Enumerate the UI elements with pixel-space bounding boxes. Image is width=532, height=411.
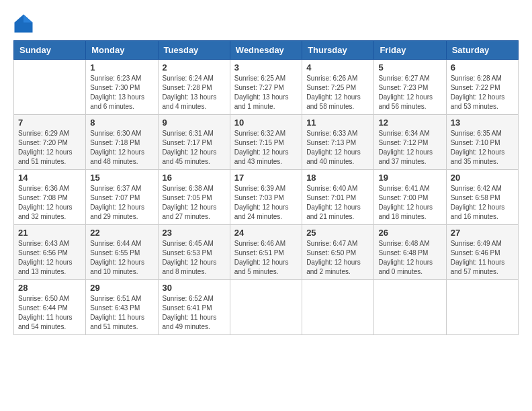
day-info: Sunrise: 6:39 AMSunset: 7:03 PMDaylight:… bbox=[234, 184, 298, 222]
day-info: Sunrise: 6:47 AMSunset: 6:50 PMDaylight:… bbox=[306, 239, 369, 277]
day-info: Sunrise: 6:26 AMSunset: 7:25 PMDaylight:… bbox=[306, 74, 369, 111]
svg-marker-1 bbox=[24, 15, 33, 23]
day-info: Sunrise: 6:23 AMSunset: 7:30 PMDaylight:… bbox=[90, 74, 153, 111]
day-number: 9 bbox=[163, 118, 226, 128]
day-number: 15 bbox=[90, 173, 153, 183]
day-info: Sunrise: 6:41 AMSunset: 7:00 PMDaylight:… bbox=[378, 184, 441, 222]
calendar-cell: 10Sunrise: 6:32 AMSunset: 7:15 PMDayligh… bbox=[230, 115, 302, 170]
calendar-cell: 18Sunrise: 6:40 AMSunset: 7:01 PMDayligh… bbox=[302, 170, 374, 225]
calendar-cell: 20Sunrise: 6:42 AMSunset: 6:58 PMDayligh… bbox=[446, 170, 518, 225]
calendar-cell: 29Sunrise: 6:51 AMSunset: 6:43 PMDayligh… bbox=[86, 280, 158, 335]
day-number: 16 bbox=[163, 173, 226, 183]
day-number: 25 bbox=[306, 228, 369, 238]
calendar-cell: 25Sunrise: 6:47 AMSunset: 6:50 PMDayligh… bbox=[302, 225, 374, 280]
day-info: Sunrise: 6:38 AMSunset: 7:05 PMDaylight:… bbox=[163, 184, 226, 222]
day-number: 11 bbox=[306, 118, 369, 128]
day-number: 22 bbox=[90, 228, 153, 238]
day-info: Sunrise: 6:40 AMSunset: 7:01 PMDaylight:… bbox=[306, 184, 369, 222]
day-info: Sunrise: 6:37 AMSunset: 7:07 PMDaylight:… bbox=[90, 184, 153, 222]
calendar-cell: 24Sunrise: 6:46 AMSunset: 6:51 PMDayligh… bbox=[230, 225, 302, 280]
day-number: 4 bbox=[306, 62, 369, 73]
day-number: 18 bbox=[306, 173, 369, 183]
calendar-cell: 12Sunrise: 6:34 AMSunset: 7:12 PMDayligh… bbox=[374, 115, 446, 170]
calendar-cell: 4Sunrise: 6:26 AMSunset: 7:25 PMDaylight… bbox=[302, 60, 374, 115]
day-number: 26 bbox=[378, 228, 441, 238]
page-header bbox=[13, 13, 519, 34]
day-info: Sunrise: 6:42 AMSunset: 6:58 PMDaylight:… bbox=[451, 184, 514, 222]
calendar-cell: 27Sunrise: 6:49 AMSunset: 6:46 PMDayligh… bbox=[446, 225, 518, 280]
weekday-header-saturday: Saturday bbox=[446, 41, 518, 60]
weekday-header-monday: Monday bbox=[86, 41, 158, 60]
calendar-cell: 7Sunrise: 6:29 AMSunset: 7:20 PMDaylight… bbox=[14, 115, 86, 170]
weekday-header-row: SundayMondayTuesdayWednesdayThursdayFrid… bbox=[14, 41, 519, 60]
calendar-cell: 28Sunrise: 6:50 AMSunset: 6:44 PMDayligh… bbox=[14, 280, 86, 335]
calendar-cell: 30Sunrise: 6:52 AMSunset: 6:41 PMDayligh… bbox=[158, 280, 230, 335]
day-number: 3 bbox=[234, 62, 298, 73]
weekday-header-tuesday: Tuesday bbox=[158, 41, 230, 60]
calendar-cell: 2Sunrise: 6:24 AMSunset: 7:28 PMDaylight… bbox=[158, 60, 230, 115]
day-info: Sunrise: 6:44 AMSunset: 6:55 PMDaylight:… bbox=[90, 239, 153, 277]
day-info: Sunrise: 6:25 AMSunset: 7:27 PMDaylight:… bbox=[234, 74, 298, 111]
day-info: Sunrise: 6:34 AMSunset: 7:12 PMDaylight:… bbox=[378, 129, 441, 167]
calendar-cell: 9Sunrise: 6:31 AMSunset: 7:17 PMDaylight… bbox=[158, 115, 230, 170]
calendar-cell bbox=[374, 280, 446, 335]
day-number: 23 bbox=[163, 228, 226, 238]
calendar-cell: 26Sunrise: 6:48 AMSunset: 6:48 PMDayligh… bbox=[374, 225, 446, 280]
weekday-header-friday: Friday bbox=[374, 41, 446, 60]
calendar-cell bbox=[14, 60, 86, 115]
calendar-week-1: 1Sunrise: 6:23 AMSunset: 7:30 PMDaylight… bbox=[14, 60, 519, 115]
logo-icon bbox=[13, 13, 34, 34]
day-number: 30 bbox=[163, 283, 226, 293]
day-info: Sunrise: 6:31 AMSunset: 7:17 PMDaylight:… bbox=[163, 129, 226, 167]
calendar-cell: 19Sunrise: 6:41 AMSunset: 7:00 PMDayligh… bbox=[374, 170, 446, 225]
calendar-cell bbox=[302, 280, 374, 335]
calendar-cell: 17Sunrise: 6:39 AMSunset: 7:03 PMDayligh… bbox=[230, 170, 302, 225]
day-info: Sunrise: 6:27 AMSunset: 7:23 PMDaylight:… bbox=[378, 74, 441, 111]
day-number: 17 bbox=[234, 173, 298, 183]
calendar-cell: 22Sunrise: 6:44 AMSunset: 6:55 PMDayligh… bbox=[86, 225, 158, 280]
calendar-table: SundayMondayTuesdayWednesdayThursdayFrid… bbox=[13, 40, 519, 335]
calendar-cell: 14Sunrise: 6:36 AMSunset: 7:08 PMDayligh… bbox=[14, 170, 86, 225]
day-number: 2 bbox=[163, 62, 226, 73]
calendar-cell: 5Sunrise: 6:27 AMSunset: 7:23 PMDaylight… bbox=[374, 60, 446, 115]
calendar-week-5: 28Sunrise: 6:50 AMSunset: 6:44 PMDayligh… bbox=[14, 280, 519, 335]
day-number: 21 bbox=[18, 228, 81, 238]
calendar-cell bbox=[446, 280, 518, 335]
day-number: 5 bbox=[378, 62, 441, 73]
calendar-cell: 8Sunrise: 6:30 AMSunset: 7:18 PMDaylight… bbox=[86, 115, 158, 170]
day-number: 7 bbox=[18, 118, 81, 128]
calendar-cell: 1Sunrise: 6:23 AMSunset: 7:30 PMDaylight… bbox=[86, 60, 158, 115]
calendar-cell: 3Sunrise: 6:25 AMSunset: 7:27 PMDaylight… bbox=[230, 60, 302, 115]
day-info: Sunrise: 6:45 AMSunset: 6:53 PMDaylight:… bbox=[163, 239, 226, 277]
day-info: Sunrise: 6:32 AMSunset: 7:15 PMDaylight:… bbox=[234, 129, 298, 167]
calendar-week-4: 21Sunrise: 6:43 AMSunset: 6:56 PMDayligh… bbox=[14, 225, 519, 280]
calendar-cell bbox=[230, 280, 302, 335]
day-number: 12 bbox=[378, 118, 441, 128]
day-number: 10 bbox=[234, 118, 298, 128]
day-info: Sunrise: 6:35 AMSunset: 7:10 PMDaylight:… bbox=[451, 129, 514, 167]
day-info: Sunrise: 6:24 AMSunset: 7:28 PMDaylight:… bbox=[163, 74, 226, 111]
weekday-header-wednesday: Wednesday bbox=[230, 41, 302, 60]
day-info: Sunrise: 6:52 AMSunset: 6:41 PMDaylight:… bbox=[163, 294, 226, 332]
day-number: 6 bbox=[451, 62, 514, 73]
weekday-header-sunday: Sunday bbox=[14, 41, 86, 60]
day-info: Sunrise: 6:49 AMSunset: 6:46 PMDaylight:… bbox=[451, 239, 514, 277]
calendar-cell: 23Sunrise: 6:45 AMSunset: 6:53 PMDayligh… bbox=[158, 225, 230, 280]
day-number: 13 bbox=[451, 118, 514, 128]
day-number: 24 bbox=[234, 228, 298, 238]
weekday-header-thursday: Thursday bbox=[302, 41, 374, 60]
day-number: 28 bbox=[18, 283, 81, 293]
day-number: 20 bbox=[451, 173, 514, 183]
calendar-cell: 21Sunrise: 6:43 AMSunset: 6:56 PMDayligh… bbox=[14, 225, 86, 280]
day-info: Sunrise: 6:46 AMSunset: 6:51 PMDaylight:… bbox=[234, 239, 298, 277]
calendar-week-3: 14Sunrise: 6:36 AMSunset: 7:08 PMDayligh… bbox=[14, 170, 519, 225]
day-number: 29 bbox=[90, 283, 153, 293]
day-info: Sunrise: 6:33 AMSunset: 7:13 PMDaylight:… bbox=[306, 129, 369, 167]
day-info: Sunrise: 6:51 AMSunset: 6:43 PMDaylight:… bbox=[90, 294, 153, 332]
calendar-cell: 16Sunrise: 6:38 AMSunset: 7:05 PMDayligh… bbox=[158, 170, 230, 225]
calendar-cell: 13Sunrise: 6:35 AMSunset: 7:10 PMDayligh… bbox=[446, 115, 518, 170]
day-info: Sunrise: 6:29 AMSunset: 7:20 PMDaylight:… bbox=[18, 129, 81, 167]
calendar-week-2: 7Sunrise: 6:29 AMSunset: 7:20 PMDaylight… bbox=[14, 115, 519, 170]
day-number: 19 bbox=[378, 173, 441, 183]
day-info: Sunrise: 6:43 AMSunset: 6:56 PMDaylight:… bbox=[18, 239, 81, 277]
